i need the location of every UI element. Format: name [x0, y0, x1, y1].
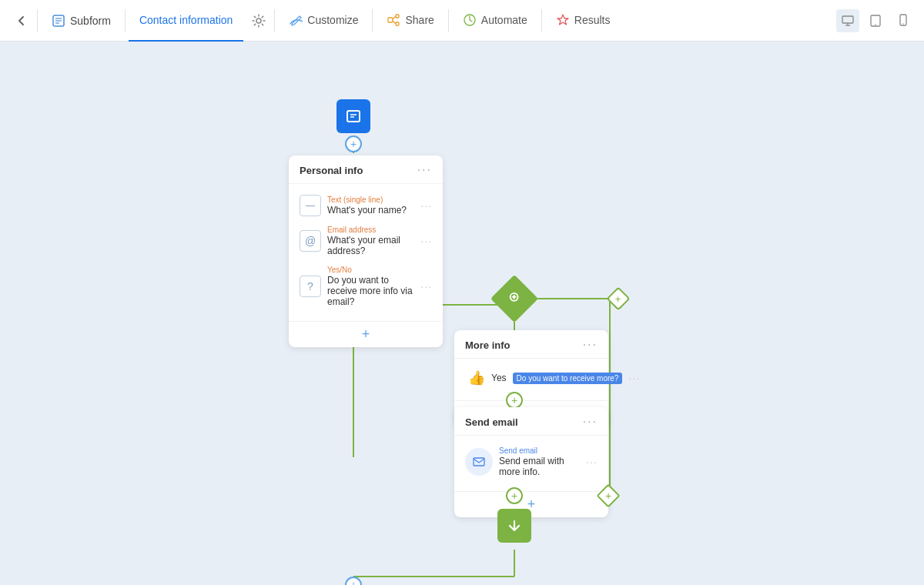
add-btn-before-end[interactable]: + [345, 577, 362, 585]
field-type-yesno: Yes/No [327, 266, 414, 274]
personal-info-header: Personal info ··· [289, 155, 443, 184]
send-email-row[interactable]: Send email Send email with more info. ··… [462, 442, 601, 482]
divider-3 [274, 9, 275, 32]
subform-icon [52, 14, 65, 28]
condition-menu[interactable]: ··· [628, 372, 640, 384]
svg-point-4 [256, 18, 261, 23]
tab-share[interactable]: Share [376, 0, 444, 42]
tab-results-label: Results [574, 14, 611, 26]
divider-6 [541, 9, 542, 32]
add-btn-between-cards[interactable]: + [506, 392, 523, 409]
svg-rect-29 [347, 111, 360, 122]
email-field-icon: @ [300, 230, 321, 252]
svg-rect-34 [474, 458, 484, 466]
more-info-title: More info [465, 339, 511, 351]
personal-info-body: — Text (single line) What's your name? ·… [289, 184, 443, 318]
svg-line-8 [393, 16, 396, 19]
svg-rect-7 [396, 22, 399, 25]
condition-diamond[interactable] [490, 275, 538, 323]
tab-customize-label: Customize [307, 14, 358, 26]
svg-point-15 [875, 24, 876, 25]
tablet-view-btn[interactable] [864, 9, 887, 32]
personal-info-card: Personal info ··· — Text (single line) W… [289, 155, 443, 347]
gear-button[interactable] [246, 8, 271, 33]
field-label-yesno: Do you want to receive more info via ema… [327, 275, 414, 307]
personal-info-title: Personal info [300, 165, 363, 176]
tab-customize[interactable]: Customize [278, 0, 369, 42]
field-row-name[interactable]: — Text (single line) What's your name? ·… [296, 190, 435, 221]
svg-point-17 [902, 23, 903, 24]
field-type-name: Text (single line) [327, 196, 414, 204]
more-info-body: 👍 Yes Do you want to receive more? ··· [454, 359, 608, 397]
field-row-email[interactable]: @ Email address What's your email addres… [296, 221, 435, 261]
end-green-node[interactable] [497, 509, 531, 543]
contact-tab-label: Contact information [139, 14, 233, 26]
send-email-add-btn[interactable]: + [454, 491, 608, 517]
divider-4 [372, 9, 373, 32]
start-node[interactable] [336, 99, 370, 133]
condition-badge: Do you want to receive more? [513, 373, 623, 384]
top-header: Subform Contact information Customize Sh… [0, 0, 924, 42]
yesno-field-icon: ? [300, 276, 321, 297]
send-email-header: Send email ··· [454, 407, 608, 436]
results-icon [556, 13, 570, 27]
yes-label: Yes [491, 373, 507, 383]
svg-rect-6 [396, 15, 399, 18]
divider-1 [37, 9, 38, 32]
tab-share-label: Share [405, 14, 434, 26]
field-menu-email[interactable]: ··· [420, 235, 432, 247]
email-send-icon [465, 448, 493, 476]
subform-label: Subform [70, 15, 111, 27]
field-menu-yesno[interactable]: ··· [420, 280, 432, 292]
desktop-view-btn[interactable] [836, 9, 859, 32]
tab-automate[interactable]: Automate [452, 0, 538, 42]
send-email-title: Send email [465, 416, 518, 428]
svg-rect-5 [388, 18, 393, 22]
add-btn-after-send-email[interactable]: + [506, 487, 523, 504]
back-button[interactable] [9, 8, 34, 33]
view-toggle [836, 9, 915, 32]
contact-tab[interactable]: Contact information [129, 0, 243, 42]
send-email-card: Send email ··· Send email Send email wit… [454, 407, 608, 517]
more-info-header: More info ··· [454, 330, 608, 359]
text-field-icon: — [300, 195, 321, 216]
field-row-yesno[interactable]: ? Yes/No Do you want to receive more inf… [296, 261, 435, 312]
send-email-type: Send email [499, 446, 580, 455]
send-email-body: Send email Send email with more info. ··… [454, 436, 608, 488]
add-btn-after-start[interactable]: + [345, 135, 362, 152]
field-label-email: What's your email address? [327, 235, 414, 256]
condition-row[interactable]: 👍 Yes Do you want to receive more? ··· [462, 365, 601, 391]
thumbs-up-icon: 👍 [468, 369, 485, 386]
automate-icon [463, 13, 477, 27]
field-label-name: What's your name? [327, 205, 414, 216]
diamond-right-add[interactable]: + [606, 286, 630, 310]
personal-info-menu[interactable]: ··· [417, 163, 432, 177]
field-content-email: Email address What's your email address? [327, 226, 414, 256]
more-info-menu[interactable]: ··· [583, 338, 598, 352]
send-email-content: Send email Send email with more info. [499, 446, 580, 477]
tab-results[interactable]: Results [545, 0, 621, 42]
field-menu-name[interactable]: ··· [420, 199, 432, 212]
share-icon [387, 13, 400, 27]
personal-info-add-btn[interactable]: + [289, 321, 443, 347]
customize-icon [289, 13, 303, 27]
svg-rect-11 [842, 16, 853, 23]
field-type-email: Email address [327, 226, 414, 234]
send-email-row-menu[interactable]: ··· [586, 456, 598, 468]
tab-automate-label: Automate [481, 14, 527, 26]
send-email-label: Send email with more info. [499, 456, 580, 477]
svg-line-9 [393, 21, 396, 24]
field-content-name: Text (single line) What's your name? [327, 196, 414, 216]
flow-canvas: + Personal info ··· — Text (single line)… [0, 42, 924, 585]
mobile-view-btn[interactable] [892, 9, 915, 32]
divider-2 [125, 9, 126, 32]
send-email-menu[interactable]: ··· [583, 415, 598, 429]
field-content-yesno: Yes/No Do you want to receive more info … [327, 266, 414, 307]
divider-5 [448, 9, 449, 32]
subform-tab[interactable]: Subform [41, 14, 122, 28]
